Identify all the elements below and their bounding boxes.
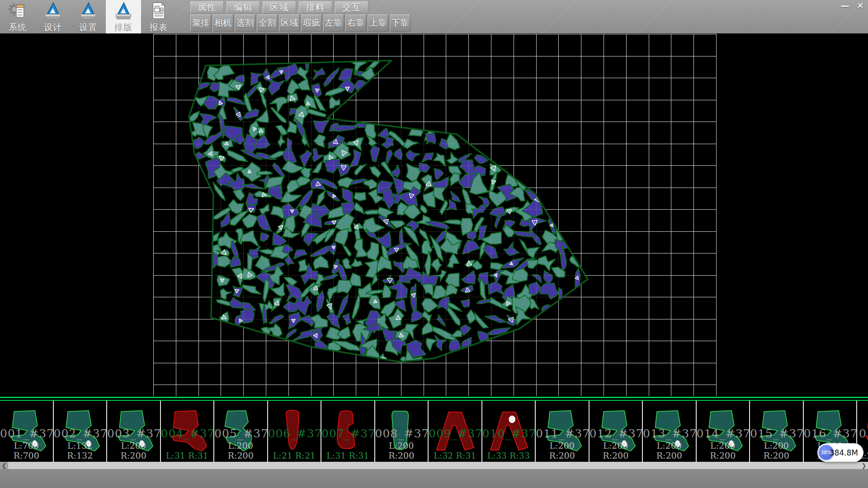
part-thumbnail[interactable]: 005_#37L:200 R:200 — [214, 401, 268, 462]
app-button-design[interactable]: 设计 — [35, 0, 71, 33]
part-size-label: L:700 R:700 — [0, 441, 53, 460]
app-button-system[interactable]: 系统 — [0, 0, 35, 33]
window-controls: — ✕ — [839, 0, 866, 11]
part-thumbnail[interactable]: 014_#37L:200 R:200 — [697, 401, 750, 462]
menu-tab-nesting[interactable]: 排料 — [299, 1, 332, 14]
action-buttons: 聚排相机选割全割区域瑕疵左靠右靠上靠下靠 — [190, 14, 410, 32]
part-size-label: L:33 R:33 — [482, 450, 535, 460]
part-size-label: L:31 R:31 — [321, 450, 374, 460]
menu-tab-edit[interactable]: 编辑 — [226, 1, 260, 14]
action-button-flaw[interactable]: 瑕疵 — [301, 14, 322, 32]
part-thumbnail[interactable]: 003_#37L:200 R:200 — [107, 401, 161, 462]
action-button-camera[interactable]: 相机 — [212, 14, 233, 32]
app-button-report[interactable]: 报表 — [141, 0, 176, 33]
part-size-label: L:200 R:200 — [107, 441, 160, 460]
app-button-label: 设计 — [44, 22, 62, 33]
action-button-region[interactable]: 区域 — [279, 14, 300, 32]
action-button-snap-up[interactable]: 上靠 — [368, 14, 388, 32]
part-size-label: L:200 R:200 — [750, 441, 803, 460]
part-thumbnail[interactable]: 010_#37L:33 R:33 — [482, 401, 536, 462]
app-button-label: 报表 — [150, 22, 168, 33]
part-size-label: L:200 R:200 — [214, 441, 267, 460]
part-size-label: L:200 R:200 — [375, 441, 428, 460]
part-name: 010_#37 — [482, 427, 535, 440]
scroll-left-arrow-icon[interactable]: ❮ — [0, 462, 8, 469]
part-thumbnail[interactable]: 009_#37L:32 R:31 — [429, 401, 482, 462]
action-button-snap-down[interactable]: 下靠 — [390, 14, 410, 32]
part-thumbnail[interactable]: 012_#37L:200 R:200 — [590, 401, 643, 462]
part-size-label: L:200 R:200 — [643, 441, 696, 460]
menu-tabs: 属性编辑区域排料交互 — [190, 1, 368, 14]
menu-tab-interact[interactable]: 交互 — [335, 1, 368, 14]
part-name: 014_#37 — [697, 427, 750, 440]
part-thumbnail[interactable]: 013_#37L:200 R:200 — [643, 401, 697, 462]
memory-badge: 38% 384.8M — [817, 443, 863, 462]
action-button-snap-right[interactable]: 右靠 — [345, 14, 366, 32]
part-thumbnail[interactable]: 007_#37L:31 R:31 — [321, 401, 375, 462]
window-minimize-button[interactable]: — — [839, 0, 851, 11]
action-button-snap-left[interactable]: 左靠 — [323, 14, 344, 32]
app-window: 系统设计设置排版报表 属性编辑区域排料交互 聚排相机选割全割区域瑕疵左靠右靠上靠… — [0, 0, 868, 488]
part-thumbnail[interactable]: 008_#37L:200 R:200 — [375, 401, 429, 462]
action-button-cluster-nest[interactable]: 聚排 — [190, 14, 211, 32]
memory-usage-label: 384.8M — [830, 443, 858, 462]
part-name: 005_#37 — [214, 427, 267, 440]
parts-panel: 001_#37L:700 R:700002_#37L:132 R:132003_… — [0, 397, 868, 462]
action-button-select-cut[interactable]: 选割 — [235, 14, 255, 32]
action-button-cut-all[interactable]: 全割 — [257, 14, 278, 32]
part-size-label: L:200 R:200 — [590, 441, 642, 460]
part-thumbnail[interactable]: 004_#37L:31 R:31 — [161, 401, 215, 462]
part-thumbnail[interactable]: 006_#37L:21 R:21 — [268, 401, 322, 462]
part-thumbnail[interactable]: 002_#37L:132 R:132 — [54, 401, 108, 462]
part-name: 0 — [857, 427, 868, 440]
part-size-label: L:31 R:31 — [161, 450, 214, 460]
app-button-label: 设置 — [79, 22, 97, 33]
app-button-label: 排版 — [114, 22, 132, 33]
horizontal-scrollbar[interactable]: ❮ ❯ — [0, 462, 868, 469]
part-name: 009_#37 — [429, 427, 481, 440]
scroll-right-arrow-icon[interactable]: ❯ — [860, 462, 868, 469]
part-name: 007_#37 — [321, 427, 374, 440]
setsquare-icon — [43, 2, 62, 20]
part-name: 002_#37 — [54, 427, 107, 440]
part-thumbnail[interactable]: 015_#37L:200 R:200 — [750, 401, 804, 462]
parts-panel-top-border — [0, 397, 868, 398]
part-name: 003_#37 — [107, 427, 160, 440]
app-buttons: 系统设计设置排版报表 — [0, 0, 176, 33]
status-bar — [0, 469, 868, 488]
app-button-label: 系统 — [9, 22, 27, 33]
nesting-canvas[interactable] — [0, 33, 868, 397]
setsquare-icon — [79, 2, 98, 20]
toolbar: 系统设计设置排版报表 属性编辑区域排料交互 聚排相机选割全割区域瑕疵左靠右靠上靠… — [0, 0, 868, 33]
part-thumbnail[interactable]: 011_#37L:200 R:200 — [536, 401, 590, 462]
part-size-label: L:200 R:200 — [697, 441, 750, 460]
gear-icon — [8, 2, 27, 20]
report-icon — [149, 2, 168, 20]
app-button-setup[interactable]: 设置 — [71, 0, 106, 33]
part-name: 015_#37 — [750, 427, 803, 440]
part-thumbnail[interactable]: 001_#37L:700 R:700 — [0, 401, 54, 462]
part-size-label: L:200 R:200 — [536, 441, 589, 460]
menu-tab-properties[interactable]: 属性 — [190, 1, 224, 14]
part-name: 013_#37 — [643, 427, 696, 440]
part-size-label: L:21 R:21 — [268, 450, 321, 460]
menu-tab-region[interactable]: 区域 — [263, 1, 296, 14]
part-name: 012_#37 — [590, 427, 642, 440]
part-size-label: L:132 R:132 — [54, 441, 107, 460]
setsquare-icon — [114, 2, 133, 20]
part-name: 001_#37 — [0, 427, 53, 440]
part-name: 011_#37 — [536, 427, 589, 440]
window-close-button[interactable]: ✕ — [854, 0, 866, 11]
app-button-nesting[interactable]: 排版 — [106, 0, 141, 33]
parts-list: 001_#37L:700 R:700002_#37L:132 R:132003_… — [0, 401, 868, 462]
part-size-label: L:32 R:31 — [429, 450, 481, 460]
part-name: 008_#37 — [375, 427, 428, 440]
part-name: 004_#37 — [161, 427, 214, 440]
part-name: 016_#37 — [804, 427, 857, 440]
part-name: 006_#37 — [268, 427, 321, 440]
